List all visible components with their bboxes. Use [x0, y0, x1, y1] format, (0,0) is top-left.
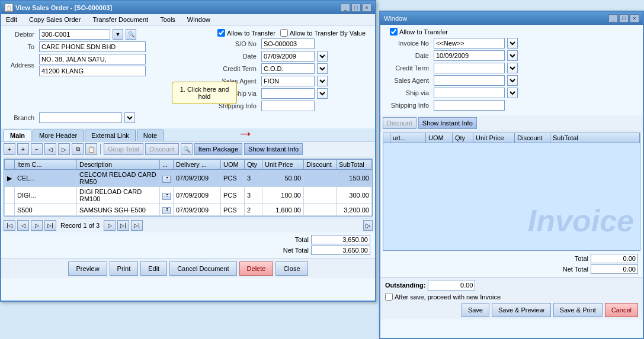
nav-btn3[interactable]: ▷|: [131, 220, 143, 231]
invoice-table-area: urt... UOM Qty Unit Price Discount SubTo…: [383, 133, 640, 251]
cancel-document-button[interactable]: Cancel Document: [169, 261, 236, 276]
inv-invoice-no-dropdown[interactable]: [507, 38, 518, 49]
move-down-btn[interactable]: ▷: [58, 143, 70, 155]
callout-1-step: 1.: [180, 86, 185, 93]
last-record-btn[interactable]: ▷|: [44, 220, 56, 231]
so-no-input[interactable]: [261, 38, 315, 49]
inv-sales-agent-input[interactable]: [434, 75, 505, 86]
inv-maximize-btn[interactable]: □: [619, 14, 629, 22]
debtor-search-btn[interactable]: 🔍: [126, 29, 136, 40]
tab-main[interactable]: Main: [4, 130, 31, 141]
inv-close-btn[interactable]: ×: [630, 14, 639, 22]
show-instant-info-btn[interactable]: Show Instant Info: [244, 143, 303, 155]
expand-record-btn[interactable]: ▷: [104, 220, 116, 231]
inv-allow-transfer-checkbox[interactable]: [390, 28, 398, 35]
print-button[interactable]: Print: [110, 261, 139, 276]
tab-external-link[interactable]: External Link: [85, 130, 136, 141]
sales-agent-dropdown[interactable]: [317, 76, 328, 86]
prev-record-btn[interactable]: ◁: [17, 220, 29, 231]
address1-input[interactable]: [39, 54, 146, 64]
inv-shipping-info-input[interactable]: [434, 100, 505, 111]
main-toolbar: + + − ◁ ▷ ⧉ 📋 Goup Total Discount 🔍 Item…: [1, 141, 375, 157]
inv-discount-btn[interactable]: Discount: [383, 117, 416, 129]
edit-button[interactable]: Edit: [140, 261, 167, 276]
allow-transfer-value-checkbox-row: Allow to Transfer By Value: [280, 29, 366, 37]
inv-sales-agent-label: Sales Agent: [385, 77, 431, 84]
to-label: To: [6, 43, 37, 50]
group-total-btn[interactable]: Goup Total: [104, 143, 143, 155]
inv-invoice-no-input[interactable]: [434, 38, 505, 49]
date-input[interactable]: [261, 51, 315, 62]
qty-cell: 3: [245, 170, 262, 187]
minimize-button[interactable]: _: [341, 4, 350, 12]
tab-note[interactable]: Note: [137, 130, 164, 141]
shipping-info-input[interactable]: [261, 101, 315, 111]
table-row[interactable]: S500 SAMSUNG SGH-E500 ⠿ 07/09/2009 PCS 2…: [5, 204, 372, 216]
save-preview-button[interactable]: Save & Preview: [492, 303, 551, 317]
to-input[interactable]: [39, 41, 146, 52]
inv-credit-term-input[interactable]: [434, 63, 505, 73]
allow-transfer-value-checkbox[interactable]: [280, 29, 288, 37]
outstanding-input[interactable]: [428, 280, 475, 290]
scroll-right-btn[interactable]: ▷: [363, 220, 373, 231]
debtor-input[interactable]: [39, 29, 110, 40]
after-save-checkbox[interactable]: [385, 293, 393, 301]
callout-1: 1. Click here and hold: [172, 82, 237, 104]
save-button[interactable]: Save: [462, 303, 489, 317]
inv-col-discount: Discount: [515, 133, 550, 143]
ship-via-input[interactable]: [261, 88, 315, 99]
search-btn[interactable]: 🔍: [181, 143, 193, 155]
address2-input[interactable]: [39, 66, 146, 76]
menu-edit[interactable]: Edit: [4, 15, 20, 24]
inv-credit-term-dropdown[interactable]: [507, 63, 518, 73]
insert-row-btn[interactable]: +: [17, 143, 29, 155]
close-main-button[interactable]: Close: [275, 261, 307, 276]
after-save-label: After save, proceed with new Invoice: [395, 293, 501, 301]
inv-minimize-btn[interactable]: _: [608, 14, 618, 22]
table-row[interactable]: ▶ CEL... CELCOM RELOAD CARD RM50 ⠿ 07/09…: [5, 170, 372, 187]
next-record-btn[interactable]: ▷: [31, 220, 43, 231]
maximize-button[interactable]: □: [351, 4, 361, 12]
discount-btn[interactable]: Discount: [145, 143, 179, 155]
item-code-cell: S500: [15, 204, 77, 216]
branch-dropdown[interactable]: [124, 112, 135, 123]
cancel-invoice-button[interactable]: Cancel: [605, 303, 638, 317]
close-button[interactable]: ×: [362, 4, 371, 12]
inv-date-dropdown[interactable]: [507, 50, 518, 61]
debtor-lookup-btn[interactable]: ▼: [113, 29, 123, 40]
date-dropdown[interactable]: [317, 51, 328, 62]
menu-transfer-document[interactable]: Transfer Document: [90, 15, 150, 24]
menu-window[interactable]: Window: [185, 15, 213, 24]
tab-more-header[interactable]: More Header: [33, 130, 84, 141]
delete-button[interactable]: Delete: [239, 261, 274, 276]
save-print-button[interactable]: Save & Print: [553, 303, 603, 317]
sales-agent-input[interactable]: [261, 76, 315, 86]
preview-button[interactable]: Preview: [68, 261, 107, 276]
inv-date-input[interactable]: [434, 50, 505, 61]
inv-ship-via-input[interactable]: [434, 88, 505, 98]
menu-tools[interactable]: Tools: [158, 15, 178, 24]
total-label: Total: [273, 236, 309, 243]
allow-transfer-checkbox[interactable]: [217, 29, 225, 37]
inv-ship-via-dropdown[interactable]: [507, 88, 518, 98]
paste-btn[interactable]: 📋: [85, 143, 97, 155]
credit-term-dropdown[interactable]: [317, 63, 328, 74]
move-up-btn[interactable]: ◁: [44, 143, 56, 155]
inv-col-qty: Qty: [453, 133, 473, 143]
delivery-cell: 07/09/2009: [174, 204, 221, 216]
table-row[interactable]: DIGI... DIGI RELOAD CARD RM100 ⠿ 07/09/2…: [5, 187, 372, 204]
delete-row-btn[interactable]: −: [31, 143, 43, 155]
copy-btn[interactable]: ⧉: [72, 143, 84, 155]
ship-via-dropdown[interactable]: [317, 88, 328, 99]
item-package-btn[interactable]: Item Package: [194, 143, 242, 155]
inv-allow-transfer-label: Allow to Transfer: [399, 28, 448, 35]
inv-show-instant-info-btn[interactable]: Show Instant Info: [418, 117, 477, 129]
nav-btn2[interactable]: ▷|: [117, 220, 129, 231]
credit-term-input[interactable]: [261, 63, 315, 74]
add-row-btn[interactable]: +: [4, 143, 15, 155]
menu-copy-sales-order[interactable]: Copy Sales Order: [27, 15, 83, 24]
branch-input[interactable]: [39, 112, 122, 123]
description-cell: CELCOM RELOAD CARD RM50: [77, 170, 160, 187]
inv-sales-agent-dropdown[interactable]: [507, 75, 518, 86]
first-record-btn[interactable]: |◁: [4, 220, 15, 231]
